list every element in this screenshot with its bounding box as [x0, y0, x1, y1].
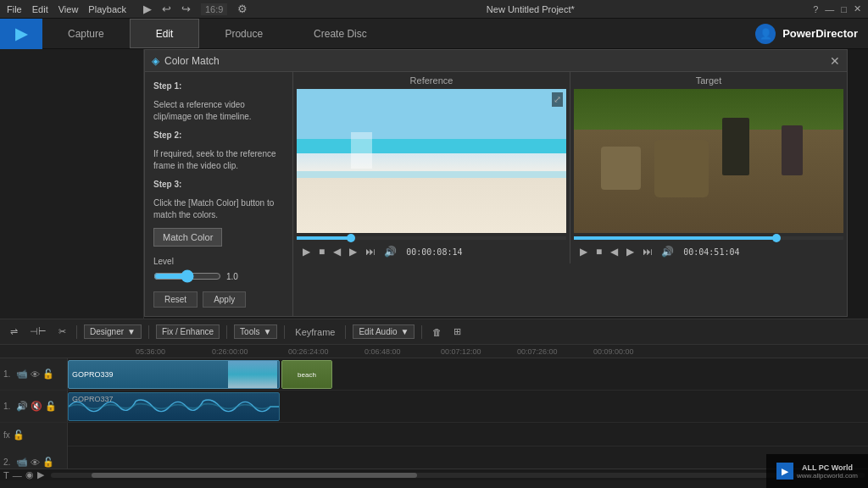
target-stop-button[interactable]: ■: [593, 245, 604, 258]
avatar[interactable]: 👤: [755, 24, 776, 44]
menu-playback[interactable]: Playback: [88, 4, 126, 14]
ref-volume[interactable]: 🔊: [381, 245, 399, 258]
track-2-number: 2.: [3, 458, 14, 467]
track-2-video-controls: 2. 📹 👁 🔓: [0, 446, 68, 469]
audio-clip-gopro337[interactable]: GOPRO337: [68, 392, 280, 421]
video-clip-small[interactable]: beach: [281, 360, 332, 389]
ruler-mark-6: 00:07:26:00: [517, 347, 593, 356]
edit-audio-dropdown[interactable]: Edit Audio ▼: [353, 324, 415, 339]
tab-capture[interactable]: Capture: [42, 19, 130, 48]
ref-skip-forward[interactable]: ⏭: [363, 245, 378, 258]
ruler-mark-3: 00:26:24:00: [288, 347, 364, 356]
target-skip-forward[interactable]: ⏭: [640, 245, 655, 258]
timeline-scrollbar: T — ◉ ▶: [0, 469, 868, 480]
track-1-video-content[interactable]: GOPRO339 beach: [68, 358, 868, 390]
target-controls: ▶ ■ ◀ ▶ ⏭ 🔊 00:04:51:04: [574, 243, 843, 260]
aspect-ratio[interactable]: 16:9: [201, 3, 227, 15]
track-1-camera-icon[interactable]: 📹: [16, 369, 28, 380]
toolbar-separator-6: [421, 325, 422, 339]
designer-dropdown[interactable]: Designer ▼: [84, 324, 142, 339]
track-1a-lock-icon[interactable]: 🔓: [45, 401, 57, 412]
reference-label: Reference: [297, 75, 566, 86]
ref-play-button[interactable]: ▶: [300, 245, 313, 258]
dialog-close-button[interactable]: ✕: [830, 54, 840, 68]
window-close[interactable]: ✕: [854, 3, 861, 14]
watermark-url: www.allpcworld.com: [797, 472, 858, 480]
settings-icon[interactable]: ⚙: [237, 3, 248, 15]
track-1-audio-controls: 1. 🔊 🔇 🔓: [0, 391, 68, 422]
level-slider[interactable]: [153, 269, 221, 283]
reset-button[interactable]: Reset: [153, 291, 198, 308]
target-play-button[interactable]: ▶: [577, 245, 590, 258]
keyframe-button[interactable]: Keyframe: [292, 325, 338, 339]
ref-prev-frame[interactable]: ◀: [331, 245, 343, 258]
target-panel: Target: [570, 72, 847, 263]
watermark-logo: ▶ ALL PC World www.allpcworld.com: [776, 463, 858, 480]
ref-next-frame[interactable]: ▶: [347, 245, 359, 258]
step3-heading: Step 3:: [153, 179, 284, 191]
track-2-video-content[interactable]: [68, 446, 868, 469]
window-maximize[interactable]: □: [841, 4, 847, 14]
cut-button[interactable]: ✂: [55, 324, 70, 339]
timeline-tracks: 1. 📹 👁 🔓 GOPRO339 beach: [0, 358, 868, 469]
reference-expand-button[interactable]: ⤢: [552, 92, 563, 107]
target-prev-frame[interactable]: ◀: [608, 245, 620, 258]
video-panels: Reference ⤢: [293, 72, 847, 263]
track-1a-mute-icon[interactable]: 🔇: [31, 401, 42, 412]
tab-edit[interactable]: Edit: [130, 19, 200, 48]
app-logo: ▶: [0, 19, 42, 49]
reference-panel: Reference ⤢: [293, 72, 570, 263]
toolbar-icon-1[interactable]: ▶: [143, 3, 152, 15]
menu-file[interactable]: File: [7, 4, 22, 14]
match-color-button[interactable]: Match Color: [153, 228, 222, 247]
toolbar-separator-2: [148, 325, 149, 339]
tab-create-disc[interactable]: Create Disc: [288, 19, 392, 48]
reference-seekbar[interactable]: [297, 236, 566, 240]
toolbar-separator-1: [76, 325, 77, 339]
timeline-scroll-left[interactable]: —: [13, 470, 22, 480]
delete-button[interactable]: 🗑: [429, 325, 445, 339]
menu-bar: File Edit View Playback ▶ ↩ ↪ 16:9 ⚙ New…: [0, 0, 868, 19]
ruler-mark-2: 0:26:00:00: [212, 347, 288, 356]
menu-view[interactable]: View: [58, 4, 79, 14]
track-2-eye-icon[interactable]: 👁: [31, 458, 40, 468]
track-1-number: 1.: [3, 369, 14, 379]
window-minimize[interactable]: —: [825, 4, 834, 14]
target-label: Target: [574, 75, 843, 86]
track-1a-speaker-icon[interactable]: 🔊: [16, 401, 28, 412]
tools-dropdown[interactable]: Tools ▼: [234, 324, 277, 339]
track-fx-content[interactable]: [68, 423, 868, 446]
nav-bar: ▶ Capture Edit Produce Create Disc 👤 Pow…: [0, 19, 868, 49]
toolbar-icon-2[interactable]: ↩: [162, 3, 171, 15]
timeline-horizontal-scrollbar[interactable]: [51, 473, 865, 478]
timeline-area: ⇌ ⊣⊢ ✂ Designer ▼ Fix / Enhance Tools ▼ …: [0, 319, 868, 488]
timeline-scroll-right[interactable]: ▶: [37, 469, 44, 480]
ripple-edit-button[interactable]: ⇌: [7, 324, 21, 339]
multi-trim-button[interactable]: ⊣⊢: [26, 324, 50, 339]
track-1-eye-icon[interactable]: 👁: [31, 369, 40, 380]
fix-enhance-dropdown[interactable]: Fix / Enhance: [156, 324, 220, 339]
timeline-toolbar: ⇌ ⊣⊢ ✂ Designer ▼ Fix / Enhance Tools ▼ …: [0, 319, 868, 345]
target-volume[interactable]: 🔊: [659, 245, 676, 258]
nav-right: 👤 PowerDirector: [755, 24, 868, 44]
track-1-audio-content[interactable]: GOPRO337: [68, 391, 868, 422]
toolbar-icon-3[interactable]: ↪: [181, 3, 191, 15]
window-question[interactable]: ?: [813, 4, 818, 14]
timeline-text-track-icon[interactable]: T: [3, 470, 9, 480]
menu-edit[interactable]: Edit: [32, 4, 48, 14]
tab-produce[interactable]: Produce: [199, 19, 288, 48]
video-clip-gopro339[interactable]: GOPRO339: [68, 360, 280, 389]
track-1-video-controls: 1. 📹 👁 🔓: [0, 358, 68, 390]
apply-button[interactable]: Apply: [203, 291, 246, 308]
dialog-title: Color Match: [164, 55, 830, 67]
level-value: 1.0: [226, 272, 238, 281]
target-seekbar[interactable]: [574, 236, 843, 240]
track-2-camera-icon[interactable]: 📹: [16, 457, 28, 468]
target-next-frame[interactable]: ▶: [624, 245, 637, 258]
timeline-scroll-down[interactable]: ◉: [25, 469, 34, 480]
fx-lock-icon[interactable]: 🔓: [13, 430, 25, 441]
track-2-lock-icon[interactable]: 🔓: [42, 457, 54, 468]
ref-stop-button[interactable]: ■: [316, 245, 327, 258]
more-button[interactable]: ⊞: [450, 324, 465, 339]
track-1-lock-icon[interactable]: 🔓: [42, 369, 54, 380]
